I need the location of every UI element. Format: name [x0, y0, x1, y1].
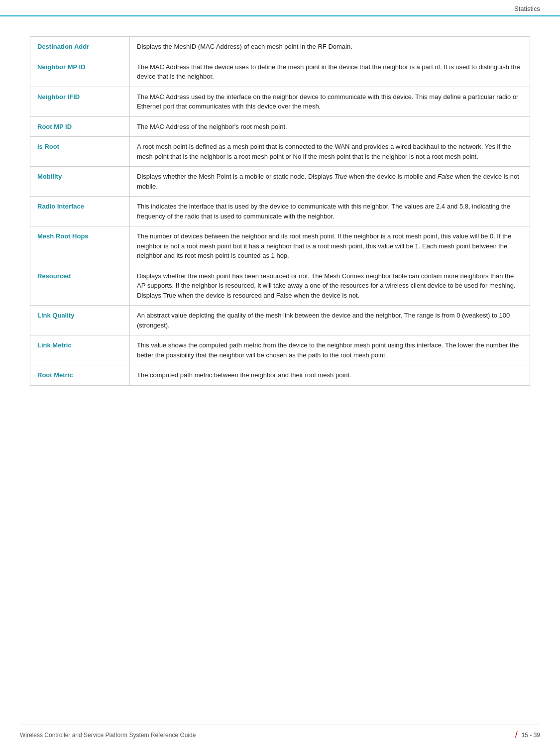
term-cell: Is Root: [30, 137, 130, 167]
term-cell: Mobility: [30, 167, 130, 197]
page-header: Statistics: [0, 0, 560, 16]
definition-cell: This value shows the computed path metri…: [130, 335, 530, 365]
footer-left: Wireless Controller and Service Platform…: [20, 732, 196, 739]
term-cell: Radio Interface: [30, 197, 130, 226]
table-row: Is RootA root mesh point is defined as a…: [30, 137, 530, 167]
footer-page: 15 - 39: [522, 732, 540, 739]
page-footer: Wireless Controller and Service Platform…: [0, 730, 560, 740]
table-row: MobilityDisplays whether the Mesh Point …: [30, 167, 530, 197]
definition-cell: The number of devices between the neighb…: [130, 226, 530, 266]
term-cell: Root Metric: [30, 365, 130, 386]
definition-cell: The MAC Address used by the interface on…: [130, 87, 530, 116]
definitions-table: Destination AddrDisplays the MeshID (MAC…: [30, 36, 530, 386]
header-title: Statistics: [514, 5, 540, 12]
table-row: Neighbor MP IDThe MAC Address that the d…: [30, 57, 530, 87]
table-row: Radio InterfaceThis indicates the interf…: [30, 197, 530, 226]
definition-cell: This indicates the interface that is use…: [130, 197, 530, 226]
table-row: Root MetricThe computed path metric betw…: [30, 365, 530, 386]
table-row: Neighbor IFIDThe MAC Address used by the…: [30, 87, 530, 116]
definition-cell: Displays the MeshID (MAC Address) of eac…: [130, 37, 530, 57]
page-content: Destination AddrDisplays the MeshID (MAC…: [0, 16, 560, 416]
term-cell: Mesh Root Hops: [30, 226, 130, 266]
table-row: Root MP IDThe MAC Address of the neighbo…: [30, 116, 530, 137]
footer-right: / 15 - 39: [515, 730, 540, 740]
definition-cell: A root mesh point is defined as a mesh p…: [130, 137, 530, 167]
definition-cell: The MAC Address of the neighbor's root m…: [130, 116, 530, 137]
term-cell: Destination Addr: [30, 37, 130, 57]
footer-divider: [20, 725, 540, 725]
table-row: Destination AddrDisplays the MeshID (MAC…: [30, 37, 530, 57]
definition-cell: The MAC Address that the device uses to …: [130, 57, 530, 87]
term-cell: Link Quality: [30, 306, 130, 335]
definition-cell: Displays whether the mesh point has been…: [130, 266, 530, 306]
table-row: Link MetricThis value shows the computed…: [30, 335, 530, 365]
definition-cell: An abstract value depicting the quality …: [130, 306, 530, 335]
table-row: Mesh Root HopsThe number of devices betw…: [30, 226, 530, 266]
term-cell: Root MP ID: [30, 116, 130, 137]
term-cell: Neighbor MP ID: [30, 57, 130, 87]
term-cell: Link Metric: [30, 335, 130, 365]
definition-cell: The computed path metric between the nei…: [130, 365, 530, 386]
slash-icon: /: [515, 730, 518, 740]
term-cell: Neighbor IFID: [30, 87, 130, 116]
term-cell: Resourced: [30, 266, 130, 306]
table-row: ResourcedDisplays whether the mesh point…: [30, 266, 530, 306]
table-row: Link QualityAn abstract value depicting …: [30, 306, 530, 335]
definition-cell: Displays whether the Mesh Point is a mob…: [130, 167, 530, 197]
